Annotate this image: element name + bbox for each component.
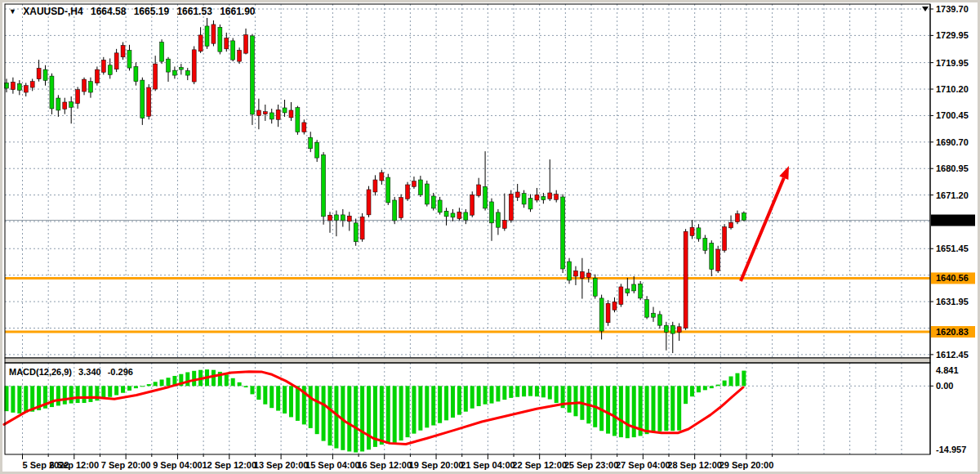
candle-up — [380, 172, 384, 181]
candle-down — [639, 284, 643, 298]
macd-scale-zero[interactable]: 0.00 — [936, 381, 953, 391]
mt4-chart-window: { "header": { "dropdown_glyph": "▼", "sy… — [0, 0, 980, 474]
candle-down — [309, 137, 313, 149]
candle-up — [723, 227, 727, 251]
candle-up — [238, 51, 242, 62]
macd-histogram-bar — [147, 384, 151, 386]
time-axis-label[interactable]: 13 Sep 20:00 — [254, 460, 309, 470]
time-axis-label[interactable]: 28 Sep 12:00 — [667, 460, 722, 470]
candle-down — [541, 196, 546, 199]
time-axis-label[interactable]: 29 Sep 20:00 — [719, 460, 774, 470]
level-price-label[interactable]: 1640.56 — [936, 273, 969, 283]
candle-up — [612, 302, 617, 310]
macd-histogram-bar — [477, 386, 481, 406]
macd-scale-max[interactable]: 4.841 — [936, 365, 959, 375]
candle-up — [154, 64, 158, 89]
candle-up — [11, 82, 15, 89]
price-axis-label[interactable]: 1651.45 — [936, 244, 969, 253]
candle-down — [703, 238, 707, 250]
candle-down — [697, 228, 701, 239]
time-axis-label[interactable]: 22 Sep 12:00 — [512, 460, 567, 470]
candle-down — [205, 26, 209, 47]
time-axis-label[interactable]: 9 Sep 04:00 — [153, 460, 203, 470]
price-axis-label[interactable]: 1719.95 — [936, 58, 969, 68]
macd-histogram-bar — [716, 385, 720, 387]
candle-down — [179, 67, 183, 69]
time-axis-label[interactable]: 21 Sep 04:00 — [461, 460, 515, 470]
price-axis-label[interactable]: 1680.95 — [936, 163, 969, 173]
time-axis-label[interactable]: 25 Sep 23:00 — [564, 460, 619, 470]
macd-histogram-bar — [444, 386, 448, 420]
candle-up — [225, 38, 229, 49]
candle-up — [30, 82, 34, 87]
candle-up — [716, 249, 720, 271]
macd-histogram-bar — [431, 386, 435, 425]
candle-down — [386, 177, 390, 203]
trend-arrow-head — [779, 166, 789, 180]
price-axis-label[interactable]: 1631.95 — [936, 297, 969, 306]
candle-up — [555, 195, 559, 200]
candle-up — [37, 68, 41, 78]
candle-up — [360, 217, 364, 239]
candle-up — [515, 192, 519, 198]
time-axis-label[interactable]: 15 Sep 04:00 — [305, 460, 360, 470]
price-axis-label[interactable]: 1612.45 — [936, 350, 969, 360]
macd-histogram-bar — [451, 386, 455, 418]
candle-down — [490, 202, 494, 223]
candle-down — [431, 196, 435, 208]
candle-up — [729, 222, 733, 228]
price-axis-label[interactable]: 1690.70 — [936, 137, 969, 147]
current-price-label[interactable]: 1661.90 — [936, 216, 969, 226]
ohlc-low: 1661.53 — [176, 6, 212, 17]
ohlc-open: 1664.58 — [91, 6, 126, 17]
candle-up — [606, 303, 610, 323]
candle-down — [69, 102, 74, 108]
chart-canvas[interactable]: 1739.701729.951719.951710.201700.451690.… — [2, 2, 978, 472]
candle-up — [477, 185, 481, 195]
candle-up — [114, 53, 118, 69]
macd-histogram-bar — [522, 386, 526, 396]
main-pane-border — [5, 4, 930, 358]
macd-histogram-bar — [127, 386, 131, 391]
candle-down — [140, 80, 145, 118]
macd-scale-min[interactable]: -14.957 — [936, 445, 966, 454]
candle-up — [502, 221, 506, 229]
candle-up — [95, 69, 99, 83]
pane-separator[interactable] — [5, 358, 930, 363]
candle-up — [535, 195, 539, 200]
macd-histogram-bar — [108, 386, 112, 396]
price-axis-label[interactable]: 1671.20 — [936, 190, 969, 200]
candle-down — [127, 51, 131, 69]
macd-histogram-bar — [225, 374, 229, 386]
candle-up — [302, 123, 306, 132]
candle-up — [328, 215, 332, 221]
macd-histogram-bar — [76, 386, 80, 403]
macd-histogram-bar — [270, 386, 274, 408]
candle-down — [88, 82, 92, 92]
candle-down — [593, 278, 597, 296]
time-axis-label[interactable]: 16 Sep 12:00 — [357, 460, 412, 470]
time-axis-label[interactable]: 7 Sep 20:00 — [101, 460, 151, 470]
price-axis-label[interactable]: 1710.20 — [936, 84, 969, 94]
candle-down — [17, 83, 21, 90]
macd-histogram-bar — [568, 386, 572, 413]
time-axis-label[interactable]: 12 Sep 12:00 — [202, 460, 256, 470]
macd-histogram-bar — [612, 386, 617, 436]
candle-down — [393, 200, 397, 221]
time-axis-label[interactable]: 19 Sep 20:00 — [409, 460, 464, 470]
price-axis-label[interactable]: 1700.45 — [936, 110, 969, 120]
price-axis-label[interactable]: 1739.70 — [936, 4, 969, 14]
symbol-dropdown-icon[interactable]: ▼ — [9, 7, 16, 16]
level-price-label[interactable]: 1620.83 — [936, 327, 969, 337]
candle-up — [548, 193, 552, 199]
macd-histogram-bar — [212, 370, 216, 387]
macd-histogram-bar — [555, 386, 559, 403]
candle-down — [231, 41, 235, 60]
macd-histogram-bar — [347, 386, 351, 451]
price-axis-label[interactable]: 1729.95 — [936, 30, 969, 40]
time-axis-label[interactable]: 6 Sep 12:00 — [50, 460, 100, 470]
time-axis-label[interactable]: 27 Sep 04:00 — [616, 460, 670, 470]
candle-up — [192, 50, 196, 82]
macd-histogram-bar — [263, 386, 267, 404]
candle-down — [599, 298, 604, 331]
